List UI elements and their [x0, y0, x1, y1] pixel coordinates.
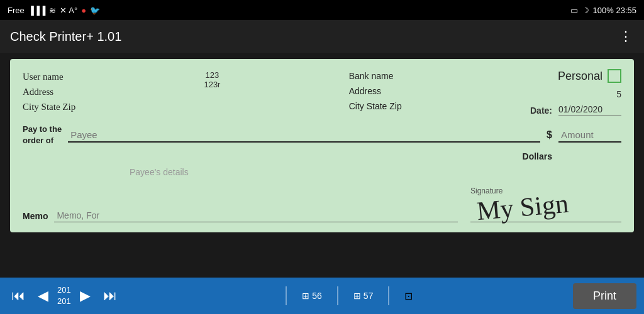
app-icon-2: 🐦 [90, 6, 100, 15]
memo-label: Memo [23, 211, 48, 221]
date-value: 01/02/2020 [558, 104, 621, 116]
personal-label-row: Personal [558, 69, 621, 83]
navigation-bar: ⏮ ◀ 201 201 ▶ ⏭ ⊞ 56 ⊞ 57 ⊡ Print [0, 278, 644, 314]
status-free: Free [8, 6, 25, 15]
check-sequence-number: 5 [616, 89, 621, 99]
nav-icon-count-1: 56 [312, 291, 322, 301]
memo-section: Memo [23, 209, 458, 222]
nav-prev-button[interactable]: ◀ [34, 285, 52, 306]
cast-icon: ▭ [570, 6, 578, 15]
nav-divider-3 [388, 286, 389, 305]
signature-line: My Sign [470, 194, 621, 222]
wifi-icon: ≋ [49, 6, 56, 15]
status-left: Free ▐▐▐ ≋ ✕ A° ● 🐦 [8, 6, 100, 15]
pay-to-label: Pay to the order of [23, 124, 62, 146]
amount-input[interactable] [558, 128, 621, 143]
nav-icon-3: ⊡ [404, 290, 413, 302]
nav-count-display: 201 201 [57, 284, 71, 307]
memo-input[interactable] [54, 209, 458, 222]
bank-address: Address [349, 84, 402, 99]
app-title: Check Printer+ 1.01 [10, 30, 121, 44]
routing-number-1: 123 [204, 70, 220, 80]
bank-city-state-zip: City State Zip [349, 99, 402, 114]
battery-icons: ✕ A° [60, 6, 77, 15]
nav-icon-2: ⊞ [353, 291, 361, 301]
overflow-menu-button[interactable]: ⋮ [619, 28, 634, 45]
user-address: Address [23, 84, 75, 99]
nav-count-top: 201 [57, 284, 71, 296]
nav-icon-1: ⊞ [302, 291, 309, 301]
nav-last-button[interactable]: ⏭ [99, 285, 121, 306]
signal-icon: ▐▐▐ [28, 6, 46, 15]
signature-text: My Sign [469, 190, 575, 225]
print-button[interactable]: Print [573, 283, 636, 309]
title-bar: Check Printer+ 1.01 ⋮ [0, 20, 644, 53]
moon-icon: ☽ [582, 6, 589, 15]
nav-icon-box-2: ⊞ 57 [353, 291, 374, 301]
payee-input[interactable] [68, 128, 540, 143]
personal-text: Personal [558, 70, 602, 83]
status-bar: Free ▐▐▐ ≋ ✕ A° ● 🐦 ▭ ☽ 100% 23:55 [0, 0, 644, 20]
nav-icon-count-2: 57 [364, 291, 374, 301]
bank-name: Bank name [349, 69, 402, 84]
nav-next-button[interactable]: ▶ [76, 285, 94, 306]
date-row: Date: 01/02/2020 [530, 104, 621, 116]
user-info-block: User name Address City State Zip [23, 69, 75, 114]
payee-details-row: Payee's details [23, 166, 621, 178]
personal-section: Personal 5 Date: 01/02/2020 [530, 69, 621, 116]
nav-count-bottom: 201 [57, 296, 71, 307]
pay-to-row: Pay to the order of $ [23, 124, 621, 146]
status-right: ▭ ☽ 100% 23:55 [570, 6, 636, 15]
nav-icon-box-1: ⊞ 56 [302, 291, 322, 301]
check-top-row: User name Address City State Zip 123 123… [23, 69, 621, 116]
user-name: User name [23, 69, 75, 84]
date-label: Date: [530, 106, 552, 116]
personal-checkbox[interactable] [608, 69, 621, 83]
bank-info-block: Bank name Address City State Zip [349, 69, 402, 114]
app-icon-1: ● [81, 6, 86, 15]
nav-controls: ⏮ ◀ 201 201 ▶ ⏭ [8, 284, 121, 307]
nav-divider-2 [337, 286, 338, 305]
check-routing-numbers: 123 123r [204, 70, 220, 89]
battery-level: 100% 23:55 [593, 6, 636, 15]
nav-middle-controls: ⊞ 56 ⊞ 57 ⊡ [280, 286, 413, 305]
user-city-state-zip: City State Zip [23, 99, 75, 114]
nav-first-button[interactable]: ⏮ [8, 285, 29, 306]
payee-details-placeholder: Payee's details [130, 167, 189, 177]
bottom-row: Memo Signature My Sign [23, 187, 621, 222]
dollar-sign: $ [547, 129, 552, 141]
check-form: User name Address City State Zip 123 123… [10, 59, 634, 232]
dollars-row: Dollars [23, 151, 621, 161]
routing-number-2: 123r [204, 80, 220, 89]
nav-divider-1 [286, 286, 287, 305]
dollars-label: Dollars [523, 151, 552, 161]
signature-section: Signature My Sign [470, 187, 621, 222]
